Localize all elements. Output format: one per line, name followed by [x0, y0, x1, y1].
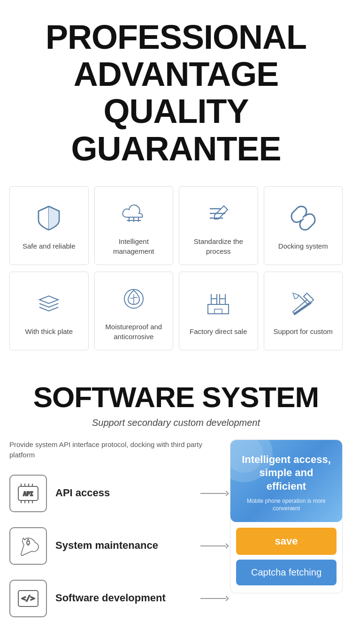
software-body: Provide system API interface protocol, d…	[9, 439, 343, 632]
api-access-label: API access	[55, 486, 110, 500]
svg-point-27	[27, 541, 30, 544]
software-section: SOFTWARE SYSTEM Support secondary custom…	[0, 366, 352, 642]
save-button[interactable]: save	[236, 528, 337, 555]
tools-icon	[287, 287, 320, 320]
feature-safe-reliable-label: Safe and reliable	[23, 241, 76, 251]
feature-safe-reliable: Safe and reliable	[9, 186, 89, 265]
software-left: Provide system API interface protocol, d…	[9, 439, 221, 632]
header-section: PROFESSIONAL ADVANTAGE QUALITY GUARANTEE	[0, 0, 352, 182]
feature-moistureproof-label: Moistureproof and anticorrosive	[99, 322, 169, 341]
code-icon: </>	[9, 580, 47, 617]
shield-icon	[32, 202, 65, 235]
software-item-maintenance: System maintenance	[9, 527, 221, 565]
software-subtitle: Support secondary custom development	[9, 417, 343, 428]
feature-factory-direct: Factory direct sale	[179, 272, 258, 350]
feature-factory-direct-label: Factory direct sale	[190, 326, 247, 336]
svg-rect-15	[214, 309, 222, 314]
factory-icon	[202, 287, 235, 320]
svg-text:</>: </>	[22, 594, 35, 603]
feature-standardize-process-label: Standardize the process	[183, 236, 254, 256]
feature-moistureproof: Moistureproof and anticorrosive	[94, 272, 174, 350]
software-item-api: API API access	[9, 475, 221, 512]
features-row-2: With thick plate Moistureproof and antic…	[9, 272, 343, 350]
svg-rect-10	[220, 299, 225, 304]
svg-text:API: API	[23, 491, 33, 497]
main-title: PROFESSIONAL ADVANTAGE QUALITY GUARANTEE	[9, 19, 343, 167]
panel-subtitle: Mobile phone operation is more convenien…	[240, 497, 333, 513]
feature-thick-plate-label: With thick plate	[25, 326, 73, 336]
feature-docking-system: Docking system	[264, 186, 343, 265]
software-right-panel: Intelligent access, simple and efficient…	[230, 439, 343, 593]
panel-wrapper: Intelligent access, simple and efficient…	[230, 439, 343, 593]
api-icon: API	[9, 475, 47, 512]
link-icon	[287, 202, 320, 235]
phone-card: Intelligent access, simple and efficient…	[230, 440, 342, 522]
leaf-shield-icon	[117, 282, 150, 315]
captcha-button[interactable]: Captcha fetching	[236, 560, 337, 585]
feature-support-custom: Support for custom	[264, 272, 343, 350]
software-description: Provide system API interface protocol, d…	[9, 439, 221, 461]
features-section: Safe and reliable Intelligent management	[0, 182, 352, 366]
feature-support-custom-label: Support for custom	[273, 326, 333, 336]
software-item-development: </> Software development	[9, 580, 221, 617]
feature-docking-system-label: Docking system	[278, 241, 328, 251]
feature-standardize-process: Standardize the process	[179, 186, 258, 265]
cloud-settings-icon	[117, 197, 150, 230]
features-row-1: Safe and reliable Intelligent management	[9, 186, 343, 265]
feature-intelligent-management: Intelligent management	[94, 186, 174, 265]
feature-thick-plate: With thick plate	[9, 272, 89, 350]
software-title: SOFTWARE SYSTEM	[9, 380, 343, 414]
software-development-label: Software development	[55, 591, 166, 605]
feature-intelligent-management-label: Intelligent management	[99, 236, 169, 256]
svg-rect-9	[211, 299, 217, 304]
system-maintenance-label: System maintenance	[55, 539, 158, 553]
pencil-lines-icon	[202, 197, 235, 230]
wrench-drop-icon	[9, 527, 47, 565]
layers-icon	[32, 287, 65, 320]
